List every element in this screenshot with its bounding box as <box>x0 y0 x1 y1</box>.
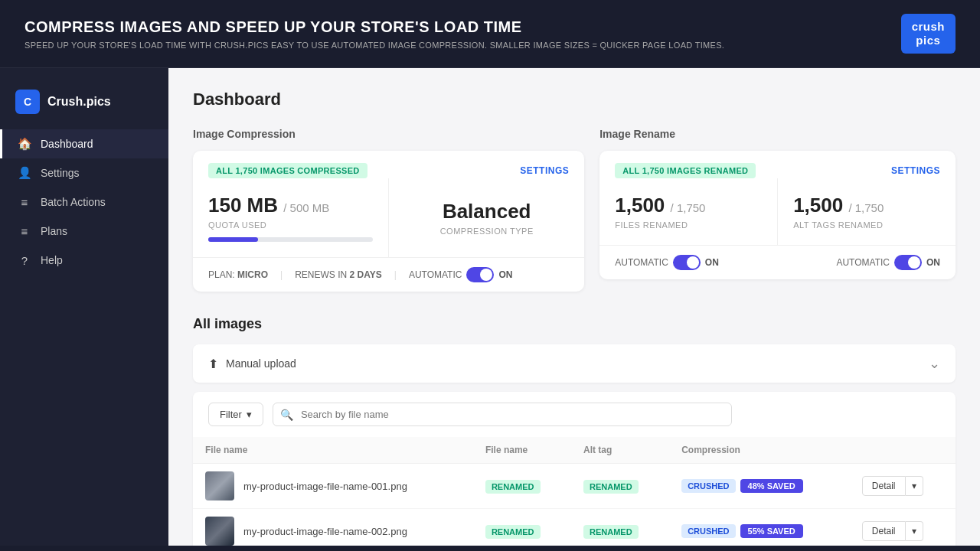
sidebar-item-label: Batch Actions <box>41 196 106 208</box>
sidebar-app-name: Crush.pics <box>47 95 111 109</box>
compression-section: Image Compression ALL 1,750 IMAGES COMPR… <box>193 128 584 292</box>
alt-tags-stat: 1,500 / 1,750 ALT TAGS RENAMED <box>778 178 956 245</box>
compression-section-label: Image Compression <box>193 128 584 140</box>
sidebar-item-help[interactable]: ? Help <box>0 246 168 275</box>
saved-badge-row: 48% SAVED <box>740 479 803 493</box>
alt-tag-badge-row: RENAMED <box>583 525 639 539</box>
top-header: COMPRESS IMAGES AND SPEED UP YOUR STORE'… <box>0 0 980 68</box>
filename-text: my-product-image-file-name-001.png <box>243 481 407 492</box>
rename-badge-row: RENAMED <box>485 480 541 494</box>
search-input[interactable] <box>273 403 732 426</box>
rename-card: ALL 1,750 IMAGES RENAMED SETTINGS 1,500 … <box>599 151 956 279</box>
upload-bar-left: ⬆ Manual upload <box>208 357 296 371</box>
manual-upload-label: Manual upload <box>226 357 296 370</box>
table-head: File name File name Alt tag Compression <box>193 437 956 464</box>
rename-auto2-label: AUTOMATIC <box>836 257 890 268</box>
detail-button[interactable]: Detail <box>862 476 906 496</box>
sidebar-logo: C Crush.pics <box>0 83 168 129</box>
actions-cell: Detail ▾ <box>850 464 956 509</box>
help-icon: ? <box>18 253 31 267</box>
plan-prefix: PLAN: <box>208 269 235 280</box>
sidebar-item-label: Dashboard <box>41 138 93 150</box>
home-icon: 🏠 <box>18 137 31 151</box>
search-input-wrap: 🔍 <box>273 403 732 426</box>
files-renamed-value: 1,500 / 1,750 <box>615 194 762 217</box>
chevron-down-icon: ⌄ <box>929 355 940 372</box>
alt-tag-badge-row: RENAMED <box>583 480 639 494</box>
alt-tags-total: / 1,750 <box>848 201 884 214</box>
renews-prefix: RENEWS IN <box>295 269 347 280</box>
files-renamed-stat: 1,500 / 1,750 FILES RENAMED <box>599 178 778 245</box>
batch-icon: ≡ <box>18 195 31 209</box>
logo-line1: crush <box>912 20 945 34</box>
upload-bar[interactable]: ⬆ Manual upload ⌄ <box>193 344 956 383</box>
sidebar-item-settings[interactable]: 👤 Settings <box>0 158 168 187</box>
header-title: COMPRESS IMAGES AND SPEED UP YOUR STORE'… <box>24 18 724 36</box>
compression-settings-link[interactable]: SETTINGS <box>520 165 569 176</box>
rename-toggle1[interactable] <box>673 255 701 270</box>
rename-auto1-wrap: AUTOMATIC ON <box>615 255 719 270</box>
saved-badge-row: 55% SAVED <box>740 524 803 538</box>
detail-dropdown-button[interactable]: ▾ <box>906 521 923 541</box>
detail-button[interactable]: Detail <box>862 521 906 541</box>
compression-type-stat: Balanced COMPRESSION TYPE <box>389 178 584 257</box>
filename-text: my-product-image-file-name-002.png <box>243 526 407 537</box>
filter-chevron-icon: ▾ <box>247 409 252 420</box>
quota-mb: 150 MB <box>208 194 278 217</box>
sidebar-item-label: Settings <box>41 167 80 179</box>
files-label: FILES RENAMED <box>615 220 762 230</box>
sidebar: C Crush.pics 🏠 Dashboard 👤 Settings ≡ Ba… <box>0 68 168 546</box>
upload-icon: ⬆ <box>208 357 218 371</box>
actions-cell: Detail ▾ <box>850 509 956 546</box>
sidebar-item-plans[interactable]: ≡ Plans <box>0 217 168 246</box>
compression-card: ALL 1,750 IMAGES COMPRESSED SETTINGS 150… <box>193 151 584 292</box>
compression-card-body: 150 MB / 500 MB QUOTA USED Balanced <box>193 178 584 257</box>
rename-badge: ALL 1,750 IMAGES RENAMED <box>615 163 756 178</box>
cards-row: Image Compression ALL 1,750 IMAGES COMPR… <box>193 128 956 292</box>
renews-value: 2 DAYS <box>350 269 382 280</box>
col-compression: Compression <box>669 437 850 464</box>
filename-cell: my-product-image-file-name-001.png <box>193 464 473 509</box>
detail-dropdown-button[interactable]: ▾ <box>906 476 923 496</box>
settings-icon: 👤 <box>18 166 31 180</box>
rename-settings-link[interactable]: SETTINGS <box>891 165 940 176</box>
rename-section-label: Image Rename <box>599 128 956 140</box>
filename-cell: my-product-image-file-name-002.png <box>193 509 473 546</box>
rename-toggle2[interactable] <box>894 255 922 270</box>
sidebar-item-label: Plans <box>41 225 67 237</box>
filter-button[interactable]: Filter ▾ <box>208 403 263 426</box>
quota-value: 150 MB / 500 MB <box>208 194 373 217</box>
filter-label: Filter <box>220 409 242 420</box>
all-images-section: All images ⬆ Manual upload ⌄ Filter ▾ <box>193 316 956 546</box>
quota-bar <box>208 237 373 242</box>
compression-type-label: COMPRESSION TYPE <box>440 227 534 236</box>
rename-on2: ON <box>926 257 940 268</box>
table-container: Filter ▾ 🔍 File name File name <box>193 392 956 546</box>
col-alt-tag: Alt tag <box>571 437 669 464</box>
main-content: Dashboard Image Compression ALL 1,750 IM… <box>168 68 980 546</box>
auto-toggle[interactable] <box>466 267 494 282</box>
rename-section: Image Rename ALL 1,750 IMAGES RENAMED SE… <box>599 128 956 292</box>
auto-label: AUTOMATIC <box>409 269 462 280</box>
compression-cell: CRUSHED 48% SAVED <box>669 464 850 509</box>
sidebar-item-label: Help <box>41 254 63 266</box>
sidebar-item-batch-actions[interactable]: ≡ Batch Actions <box>0 187 168 217</box>
table-body: my-product-image-file-name-001.png RENAM… <box>193 464 956 546</box>
quota-total: / 500 MB <box>283 201 329 214</box>
plans-icon: ≡ <box>18 224 31 238</box>
alt-tags-num: 1,500 <box>793 194 843 217</box>
footer-divider2: | <box>394 269 397 280</box>
logo-icon: C <box>15 90 40 114</box>
files-total: / 1,750 <box>671 201 706 214</box>
renews-label: RENEWS IN 2 DAYS <box>295 269 382 280</box>
all-images-title: All images <box>193 316 956 332</box>
compression-card-footer: PLAN: MICRO | RENEWS IN 2 DAYS | AUTOMAT… <box>193 257 584 292</box>
sidebar-item-dashboard[interactable]: 🏠 Dashboard <box>0 129 168 158</box>
alt-tag-cell: RENAMED <box>571 509 669 546</box>
header-text-block: COMPRESS IMAGES AND SPEED UP YOUR STORE'… <box>24 18 724 50</box>
rename-card-header: ALL 1,750 IMAGES RENAMED SETTINGS <box>599 151 956 178</box>
logo-line2: pics <box>912 34 945 47</box>
rename-on1: ON <box>705 257 719 268</box>
search-icon: 🔍 <box>280 409 293 421</box>
rename-card-footer: AUTOMATIC ON AUTOMATIC ON <box>599 245 956 279</box>
